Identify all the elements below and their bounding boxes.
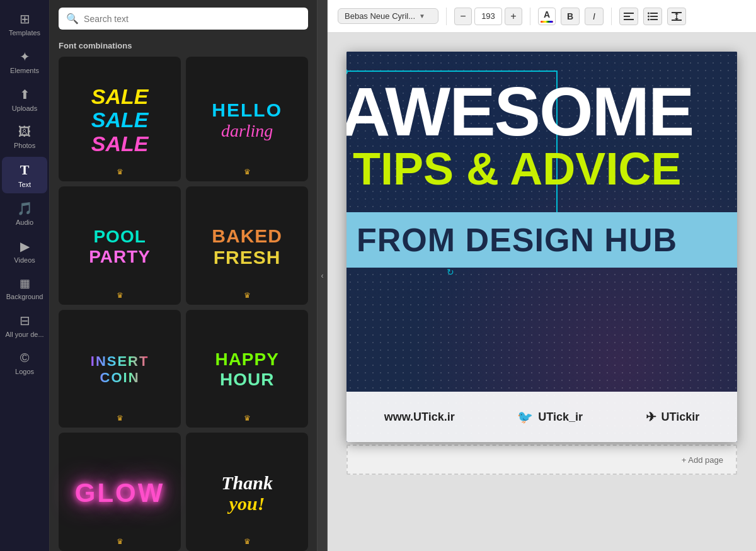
color-stripe [541,21,553,23]
font-combo-glow[interactable]: GLOW ♛ [59,433,181,551]
left-sidebar: ⊞ Templates ✦ Elements ⬆ Uploads 🖼 Photo… [0,0,50,551]
canvas-wrapper: ↻ AWESOME TIPS & ADVICE FROM DESIGN HUB … [346,52,737,475]
svg-point-8 [648,18,650,20]
search-icon: 🔍 [66,13,79,25]
crown-badge-happy: ♛ [244,414,251,423]
svg-point-7 [648,15,650,17]
elements-icon: ✦ [20,49,30,64]
thankyou-text: Thankyou! [221,472,273,514]
list-button[interactable] [643,8,662,25]
text-icon: T [20,162,30,178]
font-combo-happy[interactable]: HAPPY HOUR ♛ [186,310,308,428]
twitter-item: 🐦 UTick_ir [517,409,583,424]
color-a-label: A [544,9,550,20]
background-icon: ▦ [20,276,30,290]
crown-badge-insert: ♛ [117,414,123,423]
telegram-text: UTickir [662,411,700,424]
website-text: www.UTick.ir [384,411,455,424]
crown-badge-pool: ♛ [117,291,123,300]
insert-text: INSERTCOIN [91,353,149,387]
collapse-handle[interactable]: ‹ [318,0,328,551]
canvas-text-tips[interactable]: TIPS & ADVICE [353,146,681,191]
sidebar-item-allyoude[interactable]: ⊟ All your de... [2,308,47,343]
pool-text: POOL PARTY [89,227,151,267]
font-combo-thankyou[interactable]: Thankyou! ♛ [186,433,308,551]
crown-badge-sale: ♛ [117,168,123,176]
happy-text: HAPPY HOUR [215,349,278,390]
search-box[interactable]: 🔍 [59,8,308,30]
sidebar-item-videos[interactable]: ▶ Videos [2,234,47,269]
divider-2 [530,8,530,25]
glow-text: GLOW [75,478,165,508]
photos-icon: 🖼 [18,125,31,139]
divider-3 [611,8,612,25]
logos-icon: © [20,351,30,365]
font-size-decrease-button[interactable]: − [454,8,472,25]
font-combo-hello[interactable]: HELLO darling ♛ [186,57,308,181]
font-size-input[interactable] [474,8,502,25]
twitter-icon: 🐦 [517,409,533,424]
align-left-button[interactable] [619,8,638,25]
website-item: www.UTick.ir [384,411,455,424]
spacing-button[interactable] [667,8,686,25]
section-title: Font combinations [50,37,317,57]
italic-button[interactable]: I [585,8,604,25]
sidebar-item-logos[interactable]: © Logos [2,346,47,380]
top-toolbar: Bebas Neue Cyril... ▼ − + A B I [328,0,756,33]
sidebar-item-text[interactable]: T Text [2,157,47,193]
canvas-text-awesome[interactable]: AWESOME [346,77,694,146]
size-control: − + [454,8,522,25]
font-color-button[interactable]: A [538,8,556,25]
svg-point-6 [648,12,650,14]
text-panel: 🔍 Font combinations SALE SALE SALE ♛ HEL… [50,0,318,551]
twitter-text: UTick_ir [538,411,583,424]
telegram-item: ✈ UTickir [646,409,700,424]
sidebar-item-templates[interactable]: ⊞ Templates [2,6,47,42]
search-input[interactable] [84,14,301,24]
sidebar-item-photos[interactable]: 🖼 Photos [2,120,47,154]
canvas-bottom-bar: www.UTick.ir 🐦 UTick_ir ✈ UTickir [346,392,737,442]
font-selector[interactable]: Bebas Neue Cyril... ▼ [338,8,438,24]
crown-badge-baked: ♛ [244,291,251,300]
font-combo-sale[interactable]: SALE SALE SALE ♛ [59,57,181,181]
sidebar-item-background[interactable]: ▦ Background [2,271,47,305]
templates-icon: ⊞ [20,11,30,26]
font-size-increase-button[interactable]: + [505,8,522,25]
videos-icon: ▶ [20,239,30,254]
telegram-icon: ✈ [646,409,656,424]
bold-button[interactable]: B [561,8,580,25]
crown-badge-thankyou: ♛ [244,537,251,546]
crown-badge-glow: ♛ [117,537,123,546]
baked-text: BAKED FRESH [212,225,282,268]
divider-1 [446,8,447,25]
font-combo-baked[interactable]: BAKED FRESH ♛ [186,186,308,305]
canvas-area: ↻ AWESOME TIPS & ADVICE FROM DESIGN HUB … [328,33,756,551]
main-editor: Bebas Neue Cyril... ▼ − + A B I [328,0,756,551]
hello-text: HELLO darling [212,99,282,141]
sidebar-item-audio[interactable]: 🎵 Audio [2,196,47,231]
canvas-text-from[interactable]: FROM DESIGN HUB [346,212,737,268]
search-area: 🔍 [50,0,317,37]
add-page-button[interactable]: + Add page [346,445,737,475]
canvas[interactable]: ↻ AWESOME TIPS & ADVICE FROM DESIGN HUB … [346,52,737,442]
sidebar-item-elements[interactable]: ✦ Elements [2,44,47,79]
sale-text: SALE SALE SALE [91,85,149,156]
uploads-icon: ⬆ [20,87,30,102]
font-name-label: Bebas Neue Cyril... [345,11,415,21]
font-combo-insert[interactable]: INSERTCOIN ♛ [59,310,181,428]
audio-icon: 🎵 [17,201,33,216]
font-combinations-grid: SALE SALE SALE ♛ HELLO darling ♛ POOL PA… [50,57,317,551]
crown-badge-hello: ♛ [244,168,251,176]
chevron-down-icon: ▼ [419,13,425,20]
allyoude-icon: ⊟ [20,313,30,328]
font-combo-pool[interactable]: POOL PARTY ♛ [59,186,181,305]
sidebar-item-uploads[interactable]: ⬆ Uploads [2,82,47,117]
